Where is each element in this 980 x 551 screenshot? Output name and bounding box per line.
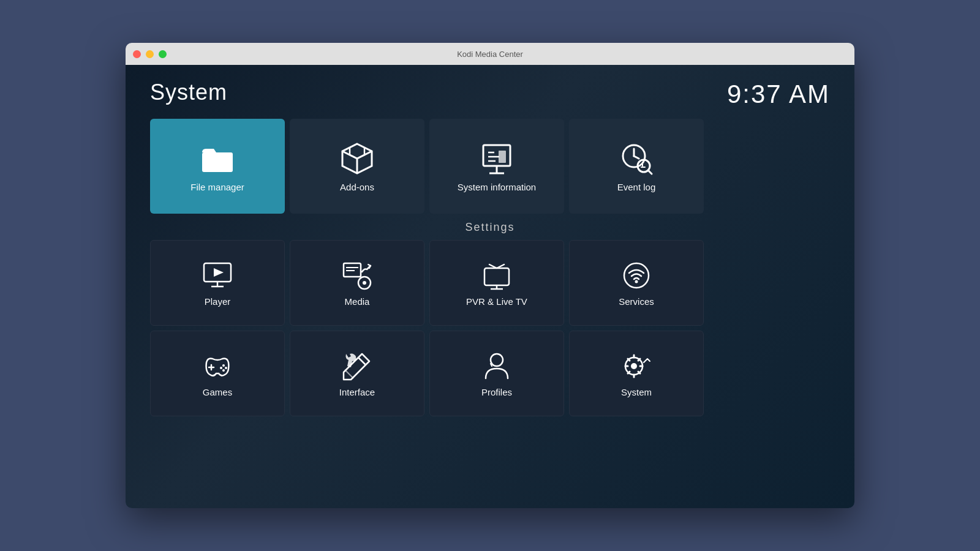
gear-fork-icon bbox=[620, 350, 652, 382]
svg-point-40 bbox=[225, 367, 227, 369]
svg-point-35 bbox=[624, 263, 649, 288]
svg-rect-15 bbox=[499, 151, 506, 163]
folder-icon bbox=[199, 140, 236, 177]
svg-line-55 bbox=[628, 372, 630, 373]
svg-rect-9 bbox=[483, 145, 510, 166]
tile-label-system: System bbox=[621, 387, 652, 397]
maximize-button[interactable] bbox=[159, 50, 167, 58]
svg-point-47 bbox=[631, 363, 637, 369]
svg-point-39 bbox=[222, 364, 225, 367]
settings-row-1: Player Media bbox=[150, 240, 830, 326]
tile-label-add-ons: Add-ons bbox=[340, 182, 374, 192]
traffic-lights bbox=[133, 50, 167, 58]
wrench-pencil-icon bbox=[341, 350, 373, 382]
svg-line-54 bbox=[638, 359, 640, 361]
presentation-icon bbox=[478, 140, 515, 177]
tile-games[interactable]: Games bbox=[150, 331, 285, 416]
tile-file-manager[interactable]: File manager bbox=[150, 119, 285, 214]
tile-add-ons[interactable]: Add-ons bbox=[290, 119, 424, 214]
svg-line-52 bbox=[628, 359, 630, 361]
svg-line-20 bbox=[648, 170, 652, 174]
tile-label-profiles: Profiles bbox=[481, 387, 512, 397]
mac-window: Kodi Media Center System 9:37 AM File ma… bbox=[126, 43, 854, 508]
clock-display: 9:37 AM bbox=[727, 80, 830, 109]
close-button[interactable] bbox=[133, 50, 141, 58]
settings-label: Settings bbox=[150, 221, 830, 234]
top-tiles-row: File manager Add-ons bbox=[150, 119, 830, 214]
svg-point-42 bbox=[220, 367, 222, 369]
title-bar: Kodi Media Center bbox=[126, 43, 854, 65]
tile-interface[interactable]: Interface bbox=[290, 331, 424, 416]
clock-search-icon bbox=[618, 140, 655, 177]
media-icon bbox=[341, 260, 373, 291]
tile-label-pvr-live-tv: PVR & Live TV bbox=[466, 296, 527, 307]
svg-rect-32 bbox=[484, 268, 509, 285]
svg-point-31 bbox=[363, 281, 366, 285]
tile-label-media: Media bbox=[345, 296, 370, 307]
svg-marker-24 bbox=[214, 268, 224, 277]
settings-row-2: Games Interface bbox=[150, 331, 830, 416]
svg-point-44 bbox=[491, 354, 503, 366]
tile-player[interactable]: Player bbox=[150, 240, 285, 326]
kodi-content: System 9:37 AM File manager bbox=[126, 65, 854, 508]
tv-icon bbox=[481, 260, 513, 291]
tile-label-player: Player bbox=[205, 296, 231, 307]
wifi-circle-icon bbox=[620, 260, 652, 291]
window-title: Kodi Media Center bbox=[457, 50, 523, 59]
page-title: System bbox=[150, 80, 227, 105]
tile-label-services: Services bbox=[619, 296, 654, 307]
tile-services[interactable]: Services bbox=[569, 240, 704, 326]
gamepad-icon bbox=[202, 350, 233, 382]
top-bar: System 9:37 AM bbox=[150, 80, 830, 109]
tile-pvr-live-tv[interactable]: PVR & Live TV bbox=[429, 240, 564, 326]
tile-label-games: Games bbox=[203, 387, 232, 397]
svg-line-43 bbox=[358, 358, 366, 365]
minimize-button[interactable] bbox=[146, 50, 154, 58]
monitor-play-icon bbox=[202, 260, 233, 291]
tile-label-event-log: Event log bbox=[617, 182, 656, 192]
svg-line-7 bbox=[350, 155, 357, 159]
box-icon bbox=[339, 140, 375, 177]
svg-line-53 bbox=[638, 372, 640, 373]
tile-profiles[interactable]: Profiles bbox=[429, 331, 564, 416]
svg-line-18 bbox=[634, 156, 639, 159]
svg-line-8 bbox=[357, 155, 364, 159]
svg-rect-0 bbox=[202, 152, 233, 172]
tile-system-information[interactable]: System information bbox=[429, 119, 564, 214]
svg-point-36 bbox=[635, 280, 638, 283]
tile-label-interface: Interface bbox=[339, 387, 375, 397]
tile-label-system-information: System information bbox=[458, 182, 536, 192]
tile-event-log[interactable]: Event log bbox=[569, 119, 704, 214]
tile-media[interactable]: Media bbox=[290, 240, 424, 326]
person-icon bbox=[481, 350, 513, 382]
tile-system[interactable]: System bbox=[569, 331, 704, 416]
tile-label-file-manager: File manager bbox=[190, 182, 244, 192]
settings-grid: Player Media bbox=[150, 240, 830, 416]
svg-point-41 bbox=[222, 369, 225, 372]
